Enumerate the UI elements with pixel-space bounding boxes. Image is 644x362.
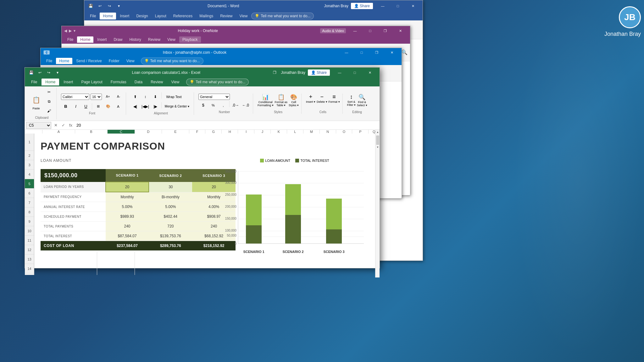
total-interest-s2[interactable]: $139,753.76: [149, 231, 192, 241]
font-color-button[interactable]: A: [114, 102, 123, 111]
word-tab-home[interactable]: Home: [100, 13, 116, 19]
loan-period-s2[interactable]: 30: [149, 182, 192, 192]
onenote-nav-back[interactable]: ◀: [64, 29, 67, 33]
onenote-nav-forward[interactable]: ▶: [69, 29, 72, 33]
col-header-g[interactable]: G: [205, 130, 222, 134]
decrease-font-button[interactable]: A-: [114, 92, 123, 101]
row-header-1[interactable]: 1: [25, 134, 34, 151]
excel-tab-view[interactable]: View: [168, 79, 183, 85]
paste-button[interactable]: 📋: [30, 93, 42, 107]
word-minimize-button[interactable]: —: [375, 1, 390, 11]
onenote-audio-video[interactable]: Audio & Video: [320, 28, 346, 33]
format-painter-button[interactable]: 🖌: [44, 107, 54, 115]
payment-freq-s2[interactable]: Bi-monthly: [149, 192, 192, 202]
scroll-down-button[interactable]: ▼: [375, 145, 380, 149]
format-cells-button[interactable]: ≡ Format ▾: [329, 94, 340, 103]
col-header-n[interactable]: N: [320, 130, 336, 134]
interest-rate-s2[interactable]: 5.00%: [149, 202, 192, 212]
outlook-tab-view[interactable]: View: [123, 58, 138, 64]
excel-redo-icon[interactable]: ↪: [45, 69, 53, 76]
excel-tab-review[interactable]: Review: [147, 79, 167, 85]
onenote-maximize-button[interactable]: □: [363, 26, 377, 36]
wrap-text-button[interactable]: Wrap Text: [163, 92, 185, 101]
col-header-h[interactable]: H: [222, 130, 238, 134]
row-header-6[interactable]: 6: [25, 189, 34, 198]
row-header-7[interactable]: 7: [25, 198, 34, 207]
formula-cancel-icon[interactable]: ✕: [53, 123, 59, 128]
underline-button[interactable]: U: [81, 102, 91, 111]
row-header-5[interactable]: 5: [25, 179, 34, 189]
word-redo-icon[interactable]: ↪: [106, 2, 113, 10]
excel-tell-me[interactable]: 💡 Tell me what you want to do...: [186, 79, 249, 85]
word-customize-icon[interactable]: ▾: [115, 2, 123, 10]
interest-rate-s1[interactable]: 5.00%: [106, 202, 149, 212]
col-header-a[interactable]: A: [42, 130, 75, 134]
decrease-decimal-button[interactable]: ←.0: [241, 101, 250, 110]
delete-cells-button[interactable]: − Delete ▾: [317, 94, 327, 103]
onenote-tab-playback[interactable]: Playback: [179, 36, 201, 43]
format-as-table-button[interactable]: 📋 Format asTable ▾: [275, 94, 288, 107]
top-align-button[interactable]: ⬆: [130, 92, 140, 101]
row-header-8[interactable]: 8: [25, 207, 34, 217]
row-header-2[interactable]: 2: [25, 151, 34, 160]
col-header-e[interactable]: E: [162, 130, 189, 134]
onenote-close-button[interactable]: ✕: [393, 26, 408, 36]
row-header-11[interactable]: 11: [25, 236, 34, 245]
vertical-scrollbar[interactable]: ▲ ▼: [375, 130, 380, 277]
formula-insert-icon[interactable]: fx: [68, 123, 74, 128]
row-header-3[interactable]: 3: [25, 160, 34, 170]
word-tell-me[interactable]: 💡 Tell me what you want to do...: [251, 13, 314, 19]
scroll-thumb[interactable]: [376, 135, 379, 145]
italic-button[interactable]: I: [71, 102, 80, 111]
cell-styles-button[interactable]: 🎨 CellStyles ▾: [289, 94, 299, 107]
excel-tab-home[interactable]: Home: [42, 79, 59, 85]
merge-center-button[interactable]: Merge & Center ▾: [163, 102, 191, 111]
word-tab-review[interactable]: Review: [217, 13, 236, 19]
excel-tab-data[interactable]: Data: [131, 79, 146, 85]
excel-tab-file[interactable]: File: [27, 79, 41, 85]
excel-tab-formulas[interactable]: Formulas: [107, 79, 130, 85]
scroll-up-button[interactable]: ▲: [375, 130, 380, 134]
col-header-j[interactable]: J: [254, 130, 271, 134]
word-tab-view[interactable]: View: [236, 13, 251, 19]
row-header-10[interactable]: 10: [25, 226, 34, 236]
bottom-align-button[interactable]: ⬇: [151, 92, 160, 101]
outlook-restore-button[interactable]: ❐: [369, 47, 384, 58]
excel-maximize-button[interactable]: □: [347, 68, 362, 78]
align-left-button[interactable]: ◀|: [130, 102, 140, 111]
word-save-icon[interactable]: 💾: [87, 2, 94, 10]
copy-button[interactable]: ⧉: [44, 97, 54, 106]
insert-cells-button[interactable]: + Insert ▾: [306, 94, 315, 103]
total-payments-s2[interactable]: 720: [149, 222, 192, 231]
row-header-12[interactable]: 12: [25, 245, 34, 255]
align-right-button[interactable]: |▶: [151, 102, 160, 111]
outlook-tab-home[interactable]: Home: [56, 58, 72, 64]
onenote-tab-history[interactable]: History: [126, 36, 144, 43]
word-close-button[interactable]: ✕: [406, 1, 420, 11]
outlook-tab-file[interactable]: File: [43, 58, 55, 64]
cost-of-loan-row[interactable]: COST OF LOAN $237,584.07 $289,753.76 $21…: [41, 241, 236, 251]
total-payments-row[interactable]: TOTAL PAYMENTS 240 720 240: [41, 222, 236, 231]
increase-decimal-button[interactable]: .0→: [231, 101, 240, 110]
scheduled-payment-s2[interactable]: $402.44: [149, 212, 192, 222]
col-header-f[interactable]: F: [189, 130, 206, 134]
total-interest-row[interactable]: TOTAL INTEREST $87,584.07 $139,753.76 $6…: [41, 231, 236, 241]
borders-button[interactable]: ⊞: [93, 102, 103, 111]
row-header-13[interactable]: 13: [25, 255, 34, 264]
bold-button[interactable]: B: [61, 102, 70, 111]
col-header-p[interactable]: P: [352, 130, 369, 134]
fill-color-button[interactable]: 🎨: [103, 102, 113, 111]
excel-close-button[interactable]: ✕: [363, 68, 377, 78]
col-header-b[interactable]: B: [75, 130, 108, 134]
currency-button[interactable]: $: [198, 101, 208, 110]
col-header-i[interactable]: I: [238, 130, 254, 134]
total-payments-s1[interactable]: 240: [106, 222, 149, 231]
onenote-restore-button[interactable]: ❐: [378, 26, 392, 36]
excel-restore-icon[interactable]: ❐: [271, 69, 279, 76]
col-header-l[interactable]: L: [287, 130, 303, 134]
outlook-close-button[interactable]: ✕: [385, 47, 399, 58]
onenote-tab-file[interactable]: File: [64, 36, 76, 43]
word-maximize-button[interactable]: □: [391, 1, 405, 11]
word-share-button[interactable]: 👤 Share: [351, 3, 373, 9]
align-center-button[interactable]: |◀▶|: [141, 102, 150, 111]
